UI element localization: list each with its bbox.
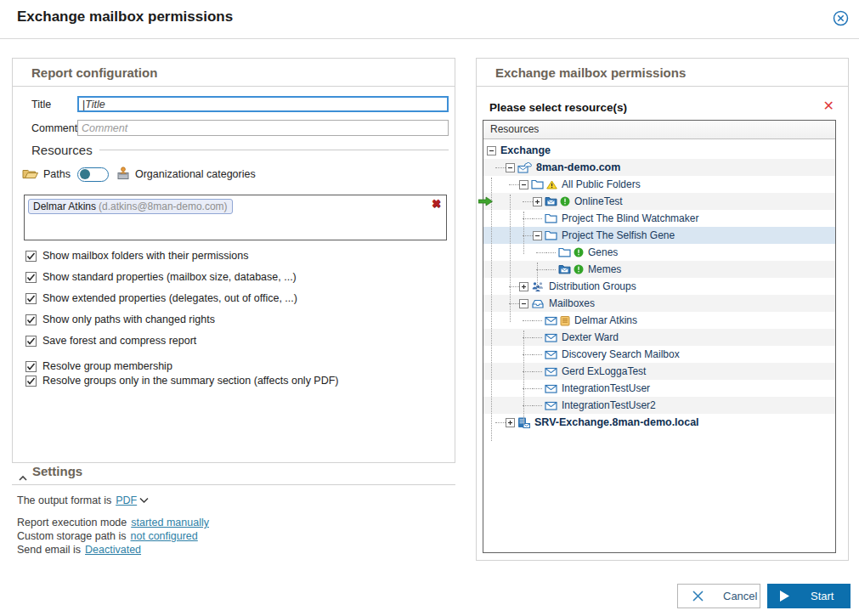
- checkbox-row[interactable]: Show standard properties (mailbox size, …: [25, 270, 297, 284]
- tree-row-label: SRV-Exchange.8man-demo.local: [534, 416, 699, 428]
- checkbox-row[interactable]: Show mailbox folders with their permissi…: [25, 249, 248, 263]
- checkbox-label: Show standard properties (mailbox size, …: [42, 271, 297, 283]
- resource-panel-header: Exchange mailbox permissions: [477, 59, 848, 87]
- mailboxes-icon: [531, 298, 545, 308]
- title-divider: [0, 38, 859, 39]
- tree-row-label: Genes: [588, 246, 618, 258]
- org-categories-label: Organizational categories: [135, 168, 256, 180]
- expand-expander-icon[interactable]: [506, 418, 515, 427]
- title-input[interactable]: | Title: [77, 96, 449, 112]
- tree-row-label: Discovery Search Mailbox: [562, 348, 680, 360]
- settings-link[interactable]: started manually: [131, 517, 209, 528]
- checkbox-label: Resolve groups only in the summary secti…: [42, 375, 339, 387]
- tree-column-header: Resources: [483, 121, 835, 139]
- checkbox-icon: [25, 314, 37, 325]
- remove-resource-icon[interactable]: ✖: [432, 197, 441, 210]
- resource-email: (d.atkins@8man-demo.com): [99, 201, 228, 212]
- close-icon[interactable]: [833, 10, 850, 27]
- collapse-expander-icon[interactable]: [519, 180, 528, 189]
- tree-row[interactable]: All Public Folders: [483, 176, 835, 193]
- tree-row[interactable]: IntegrationTestUser2: [483, 397, 835, 414]
- checkbox-icon: [25, 272, 37, 283]
- paths-row: Paths Organizational categories: [22, 167, 256, 182]
- mail-folder-icon: [545, 196, 557, 206]
- report-config-header: Report configuration: [13, 59, 455, 87]
- tree-row-label: Project The Blind Watchmaker: [562, 212, 698, 224]
- cloud-mail-icon: [517, 162, 532, 173]
- settings-link[interactable]: Deactivated: [85, 544, 141, 556]
- folder-icon: [558, 247, 571, 257]
- tree-row[interactable]: IntegrationTestUser: [483, 380, 835, 397]
- tree-row[interactable]: Genes: [483, 244, 835, 261]
- comment-input[interactable]: Comment: [77, 120, 449, 136]
- collapse-chevron-icon[interactable]: [18, 470, 28, 485]
- checkbox-row[interactable]: Save forest and compress report: [25, 334, 196, 348]
- checkbox-label: Save forest and compress report: [42, 335, 196, 347]
- scroll-icon: [560, 315, 570, 326]
- settings-divider: [12, 484, 455, 485]
- checkbox-label: Show only paths with changed rights: [42, 314, 215, 325]
- org-categories-icon: [116, 167, 130, 182]
- tree-row[interactable]: OnlineTest: [483, 193, 835, 210]
- current-item-arrow-icon: [478, 195, 493, 210]
- resource-chip[interactable]: Delmar Atkins (d.atkins@8man-demo.com): [28, 199, 233, 214]
- paths-toggle[interactable]: [77, 167, 109, 182]
- selected-resources-box: Delmar Atkins (d.atkins@8man-demo.com) ✖: [24, 195, 447, 240]
- tree-row[interactable]: Memes: [483, 261, 835, 278]
- resource-name: Delmar Atkins: [33, 201, 96, 212]
- settings-line: Send email isDeactivated: [17, 544, 141, 556]
- tree-row-label: All Public Folders: [562, 178, 641, 190]
- folder-open-icon: [22, 167, 38, 182]
- comment-label: Comment: [31, 122, 77, 134]
- checkbox-row[interactable]: Resolve groups only in the summary secti…: [25, 374, 339, 387]
- expand-expander-icon[interactable]: [519, 282, 528, 291]
- settings-link[interactable]: not configured: [131, 530, 198, 542]
- tree-row-label: Project The Selfish Gene: [562, 229, 675, 241]
- checkbox-row[interactable]: Show only paths with changed rights: [25, 313, 215, 326]
- checkbox-label: Resolve group membership: [42, 360, 172, 372]
- clear-selection-icon[interactable]: ✕: [823, 99, 834, 113]
- checkbox-label: Show mailbox folders with their permissi…: [42, 250, 248, 262]
- tree-row[interactable]: 8man-demo.com: [483, 159, 835, 176]
- paths-label: Paths: [43, 168, 71, 180]
- chevron-down-icon: [138, 497, 150, 504]
- collapse-expander-icon[interactable]: [487, 146, 496, 155]
- envelope-icon: [545, 333, 557, 342]
- settings-line: The output format is PDF: [17, 494, 150, 506]
- settings-link[interactable]: PDF: [116, 494, 137, 506]
- resources-heading: Resources: [31, 143, 449, 157]
- settings-text: The output format is: [17, 494, 111, 506]
- collapse-expander-icon[interactable]: [519, 299, 528, 308]
- tree-row-label: Memes: [588, 263, 621, 275]
- cancel-button[interactable]: Cancel: [677, 584, 760, 608]
- start-button[interactable]: Start: [767, 584, 851, 608]
- tree-row-label: 8man-demo.com: [536, 161, 620, 173]
- expand-expander-icon[interactable]: [533, 197, 542, 206]
- folder-icon: [545, 213, 557, 223]
- tree-row[interactable]: Delmar Atkins: [483, 312, 835, 329]
- groups-icon: [531, 281, 545, 291]
- collapse-expander-icon[interactable]: [533, 231, 542, 240]
- checkbox-row[interactable]: Show extended properties (delegates, out…: [25, 291, 297, 305]
- tree-row[interactable]: Gerd ExLoggaTest: [483, 363, 835, 380]
- tree-row[interactable]: Discovery Search Mailbox: [483, 346, 835, 363]
- tree-row-label: Mailboxes: [549, 297, 595, 309]
- tree-row[interactable]: Dexter Ward: [483, 329, 835, 346]
- collapse-expander-icon[interactable]: [506, 163, 515, 172]
- exchange-permissions-dialog: Exchange mailbox permissions Report conf…: [0, 0, 859, 616]
- settings-header[interactable]: Settings: [32, 464, 82, 478]
- checkbox-row[interactable]: Resolve group membership: [25, 359, 172, 373]
- green-badge-icon: [560, 196, 570, 206]
- dialog-title: Exchange mailbox permissions: [17, 8, 233, 25]
- tree-row[interactable]: Mailboxes: [483, 295, 835, 312]
- settings-text: Report execution mode: [17, 517, 127, 528]
- tree-row[interactable]: SRV-Exchange.8man-demo.local: [483, 414, 835, 431]
- tree-row[interactable]: Project The Selfish Gene: [483, 227, 835, 244]
- checkbox-icon: [25, 336, 37, 347]
- tree-row[interactable]: Exchange: [483, 142, 835, 159]
- tree-row[interactable]: Project The Blind Watchmaker: [483, 210, 835, 227]
- resources-tree: Resources Exchange8man-demo.comAll Publi…: [483, 120, 836, 553]
- tree-row[interactable]: Distribution Groups: [483, 278, 835, 295]
- toggle-knob: [80, 169, 90, 179]
- settings-line: Report execution modestarted manually: [17, 517, 209, 528]
